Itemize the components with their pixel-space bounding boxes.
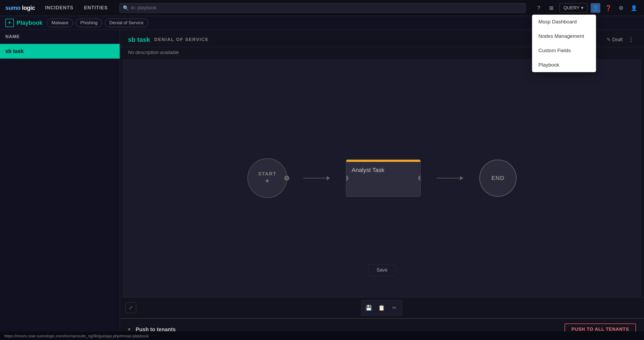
playbook-title: Playbook <box>17 19 43 26</box>
search-input[interactable] <box>131 5 522 11</box>
task-body: Analyst Task <box>346 162 420 178</box>
clipboard-icon-button[interactable]: 📋 <box>376 302 388 314</box>
add-node-icon: + <box>265 177 269 185</box>
grid-icon-btn[interactable]: ⊞ <box>547 3 556 13</box>
analyst-task-node[interactable]: Analyst Task <box>346 159 421 197</box>
canvas-toolbar: ⤢ 💾 📋 ✂ <box>120 297 644 318</box>
dropdown-menu: Mssp Dashboard Nodes Management Custom F… <box>532 15 596 72</box>
canvas-toolbar-center: 💾 📋 ✂ <box>361 300 402 316</box>
top-nav: sumo logic INCIDENTS ENTITIES 🔍 ? ⊞ QUER… <box>0 0 644 16</box>
dropdown-mssp-dashboard[interactable]: Mssp Dashboard <box>532 15 596 29</box>
save-button[interactable]: Save <box>368 264 396 276</box>
chevron-down-icon: ▾ <box>581 5 583 11</box>
task-right-connector <box>418 176 421 181</box>
user-nav-icon[interactable]: 👤 <box>591 3 600 13</box>
flow-container: START + Analyst Task <box>247 158 517 198</box>
search-bar: 🔍 <box>119 3 525 13</box>
workflow-canvas: START + Analyst Task <box>123 59 641 297</box>
add-playbook-button[interactable]: + <box>5 19 14 27</box>
save-icon-button[interactable]: 💾 <box>363 302 375 314</box>
end-node[interactable]: END <box>479 159 517 197</box>
canvas-toolbar-left: ⤢ <box>125 302 136 313</box>
left-panel: NAME sb task <box>0 30 120 340</box>
expand-button[interactable]: ⤢ <box>125 302 136 313</box>
start-label: START <box>258 171 277 177</box>
task-orange-header <box>346 160 420 162</box>
end-label: END <box>491 175 504 182</box>
start-right-connector <box>284 176 289 181</box>
task-title: sb task <box>128 36 150 43</box>
logo: sumo logic <box>5 5 35 11</box>
status-bar: https://mssm.soar.sumologic.com/incmansu… <box>0 331 644 340</box>
content-actions: ✎ Draft ⋮ <box>607 35 636 44</box>
settings-icon[interactable]: ⚙ <box>616 3 626 13</box>
draft-button[interactable]: ✎ Draft <box>607 37 623 43</box>
tab-malware[interactable]: Malware <box>47 19 73 27</box>
edit-icon: ✎ <box>607 37 611 43</box>
start-node[interactable]: START + <box>247 158 287 198</box>
name-column-header: NAME <box>0 30 120 44</box>
search-icon: 🔍 <box>123 5 129 11</box>
status-url: https://mssm.soar.sumologic.com/incmansu… <box>4 334 149 338</box>
help-icon-btn[interactable]: ? <box>534 3 544 13</box>
arrow-2 <box>437 176 463 180</box>
nav-entities[interactable]: ENTITIES <box>81 3 111 12</box>
tab-denial-of-service[interactable]: Denial of Service <box>105 19 148 27</box>
help-circle-icon[interactable]: ❓ <box>603 3 613 13</box>
arrow-1 <box>303 176 330 180</box>
dropdown-playbook[interactable]: Playbook <box>532 58 596 72</box>
tab-phishing[interactable]: Phishing <box>76 19 102 27</box>
draft-label: Draft <box>612 37 623 43</box>
profile-icon[interactable]: 👤 <box>629 3 639 13</box>
main-layout: NAME sb task sb task DENIAL OF SERVICE ✎… <box>0 30 644 340</box>
denial-of-service-badge: DENIAL OF SERVICE <box>154 37 209 42</box>
nav-right: ? ⊞ QUERY ▾ 👤 ❓ ⚙ 👤 <box>534 3 639 13</box>
query-button[interactable]: QUERY ▾ <box>560 3 587 13</box>
dropdown-custom-fields[interactable]: Custom Fields <box>532 43 596 58</box>
query-label: QUERY <box>564 5 579 11</box>
content-panel: sb task DENIAL OF SERVICE ✎ Draft ⋮ No d… <box>120 30 644 340</box>
more-options-button[interactable]: ⋮ <box>626 35 636 44</box>
playbook-list-item[interactable]: sb task <box>0 44 120 59</box>
cut-icon-button[interactable]: ✂ <box>389 302 400 314</box>
nav-incidents[interactable]: INCIDENTS <box>42 3 77 12</box>
analyst-task-label: Analyst Task <box>352 167 384 173</box>
dropdown-nodes-management[interactable]: Nodes Management <box>532 29 596 43</box>
